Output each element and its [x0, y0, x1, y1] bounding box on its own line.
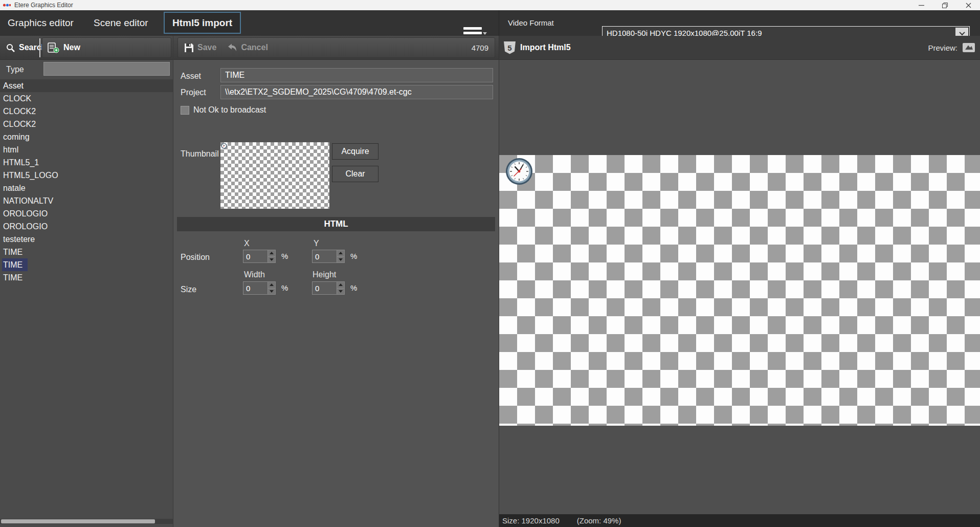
spin-down-button[interactable] [337, 289, 344, 295]
list-item-label: HTML5_1 [3, 156, 39, 169]
window-title: Etere Graphics Editor [14, 2, 73, 9]
spin-down-button[interactable] [268, 289, 275, 295]
list-item-label: HTML5_LOGO [3, 169, 58, 182]
horizontal-scrollbar[interactable] [0, 519, 173, 524]
preview-monitor-icon[interactable] [962, 42, 975, 53]
spin-up-button[interactable] [268, 250, 275, 257]
position-y-stepper[interactable]: 0 [312, 250, 345, 263]
list-item-label: html [3, 143, 18, 156]
new-document-icon [48, 42, 59, 53]
percent-label: % [350, 283, 357, 292]
project-field-label: Project [181, 88, 206, 97]
spin-up-button[interactable] [337, 282, 344, 289]
asset-browser-panel: Search New Type Asset CLOCKCLOCK2 [0, 36, 173, 527]
titlebar: Etere Graphics Editor [0, 0, 980, 10]
list-item[interactable]: TIME [0, 246, 173, 258]
height-column-label: Height [313, 270, 336, 279]
import-html5-title: Import Html5 [520, 43, 571, 52]
close-icon [966, 3, 971, 8]
size-width-stepper[interactable]: 0 [243, 281, 276, 295]
thumbnail-label: Thumbnail [181, 149, 219, 159]
html-section-header: HTML [177, 217, 495, 231]
list-item-label: TIME [3, 246, 23, 258]
list-item[interactable]: natale [0, 182, 173, 194]
spin-up-button[interactable] [268, 282, 275, 289]
search-icon [6, 43, 15, 52]
x-column-label: X [244, 239, 250, 248]
list-item[interactable]: NATIONALTV [0, 194, 173, 207]
toolbar-divider [39, 38, 40, 57]
asset-name-input[interactable] [220, 68, 493, 82]
list-item[interactable]: OROLOGIO [0, 220, 173, 233]
save-icon [184, 43, 194, 53]
asset-list-header: Asset [0, 79, 173, 92]
asset-toolbar: Search New [0, 36, 173, 60]
size-width-value[interactable]: 0 [243, 282, 268, 294]
not-ok-broadcast-label: Not Ok to broadcast [193, 105, 266, 115]
position-y-value[interactable]: 0 [313, 250, 337, 262]
project-path-input[interactable] [220, 85, 493, 99]
size-label: Size [181, 285, 196, 294]
list-item-label: natale [3, 182, 26, 194]
top-bar: Graphics editor Scene editor Html5 impor… [0, 10, 980, 36]
app-window: Etere Graphics Editor Graphics editor Sc… [0, 0, 980, 527]
list-item[interactable]: OROLOGIO [0, 207, 173, 220]
list-item[interactable]: HTML5_1 [0, 156, 173, 169]
size-height-stepper[interactable]: 0 [312, 281, 345, 295]
list-item[interactable]: CLOCK2 [0, 105, 173, 118]
list-item[interactable]: TIME [0, 258, 173, 271]
maximize-button[interactable] [933, 0, 956, 10]
tab-graphics-editor[interactable]: Graphics editor [0, 10, 81, 36]
editor-toolbar-group: Save Cancel 4709 [177, 37, 495, 58]
list-item[interactable]: testetere [0, 233, 173, 246]
list-item-label: CLOCK [3, 92, 31, 105]
list-item[interactable]: html [0, 143, 173, 156]
clear-button[interactable]: Clear [332, 166, 378, 182]
list-item-label: CLOCK2 [3, 105, 36, 118]
cancel-button[interactable]: Cancel [227, 43, 268, 52]
preview-canvas[interactable] [499, 155, 980, 426]
thumbnail-clock-image [221, 143, 227, 149]
list-item[interactable]: coming [0, 130, 173, 143]
close-button[interactable] [956, 0, 980, 10]
preview-label: Preview: [928, 43, 957, 52]
undo-arrow-icon [227, 43, 237, 52]
tab-scene-editor[interactable]: Scene editor [86, 10, 156, 36]
preview-header: 5 Import Html5 Preview: [499, 36, 980, 60]
chevron-down-icon [959, 30, 965, 35]
preview-statusbar: Size: 1920x1080 (Zoom: 49%) [499, 514, 980, 527]
editor-toolbar: Save Cancel 4709 [173, 36, 499, 60]
type-filter-input[interactable] [43, 62, 170, 76]
asset-field-label: Asset [181, 72, 201, 81]
list-item[interactable]: TIME [0, 271, 173, 284]
tab-html5-import[interactable]: Html5 import [164, 12, 241, 34]
thumbnail-preview [220, 142, 329, 209]
minimize-button[interactable] [909, 0, 933, 10]
list-item[interactable]: HTML5_LOGO [0, 169, 173, 182]
y-column-label: Y [314, 239, 319, 248]
clock-asset-image [505, 158, 533, 185]
save-button[interactable]: Save [184, 43, 216, 53]
not-ok-broadcast-checkbox[interactable] [181, 106, 189, 115]
list-item-label: coming [3, 130, 30, 143]
width-column-label: Width [244, 270, 265, 279]
zoom-level-status: (Zoom: 49%) [577, 516, 621, 525]
size-height-value[interactable]: 0 [313, 282, 337, 294]
spin-down-button[interactable] [337, 257, 344, 263]
position-x-stepper[interactable]: 0 [243, 250, 276, 263]
position-label: Position [181, 253, 210, 262]
spin-down-button[interactable] [268, 257, 275, 263]
list-item[interactable]: CLOCK2 [0, 118, 173, 130]
position-x-value[interactable]: 0 [243, 250, 268, 262]
scrollbar-thumb[interactable] [1, 519, 155, 523]
asset-editor-panel: Save Cancel 4709 Asset Project Not Ok to… [173, 36, 499, 527]
list-item[interactable]: CLOCK [0, 92, 173, 105]
html5-shield-icon: 5 [504, 41, 516, 54]
restore-icon [942, 3, 948, 8]
spin-up-button[interactable] [337, 250, 344, 257]
percent-label: % [281, 252, 288, 260]
save-button-label: Save [197, 43, 216, 52]
new-button[interactable]: New [42, 37, 171, 58]
acquire-button[interactable]: Acquire [332, 143, 378, 160]
video-format-label: Video Format [508, 10, 554, 36]
